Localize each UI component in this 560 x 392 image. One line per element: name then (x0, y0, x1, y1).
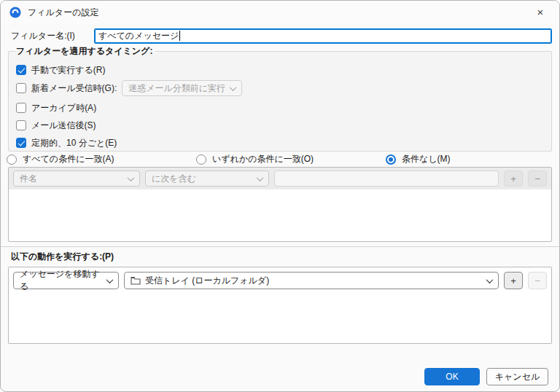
apply-timing-legend: フィルターを適用するタイミング: (16, 45, 155, 58)
condition-field-dropdown: 件名 (13, 170, 140, 187)
radio-match-none-circle[interactable] (386, 154, 396, 165)
ok-button[interactable]: OK (424, 368, 480, 385)
timing-row-archive: アーカイブ時(A) (15, 101, 545, 114)
condition-value-input (274, 170, 499, 187)
filter-name-input[interactable]: すべてのメッセージ (94, 28, 552, 44)
radio-match-all-circle[interactable] (7, 154, 17, 165)
match-type-row: すべての条件に一致(A) いずれかの条件に一致(O) 条件なし(M) (1, 152, 559, 167)
radio-match-none[interactable]: 条件なし(M) (386, 153, 451, 165)
condition-row: 件名 に次を含む + − (9, 168, 551, 189)
timing-row-periodic: 定期的、10 分ごと(E) (15, 136, 545, 149)
checkbox-archive-label: アーカイブ時(A) (31, 102, 96, 114)
timing-row-after-send: メール送信後(S) (15, 119, 545, 132)
condition-operator-dropdown: に次を含む (145, 170, 269, 187)
folder-icon (131, 276, 141, 285)
checkbox-new-mail-label: 新着メール受信時(G): (31, 82, 117, 95)
checkbox-archive[interactable] (16, 103, 26, 113)
checkbox-after-send-label: メール送信後(S) (31, 119, 96, 132)
close-icon[interactable]: × (530, 2, 551, 23)
title-bar: フィルターの設定 × (1, 1, 559, 24)
checkbox-periodic[interactable] (16, 138, 26, 148)
radio-match-any[interactable]: いずれかの条件に一致(O) (196, 153, 386, 165)
action-remove-button: − (528, 272, 547, 289)
cancel-button[interactable]: キャンセル (486, 368, 548, 385)
radio-match-any-label: いずれかの条件に一致(O) (212, 153, 314, 165)
checkbox-manual-run-label: 手動で実行する(R) (31, 64, 106, 77)
radio-match-all-label: すべての条件に一致(A) (23, 153, 114, 165)
dialog-footer: OK キャンセル (1, 368, 548, 385)
window-title: フィルターの設定 (28, 7, 530, 19)
condition-add-button: + (504, 170, 523, 187)
text-caret (179, 31, 180, 41)
radio-match-none-label: 条件なし(M) (402, 153, 451, 165)
actions-list: メッセージを移動する 受信トレイ (ローカルフォルダ) + − (8, 267, 552, 344)
filter-settings-dialog: フィルターの設定 × フィルター名:(I) すべてのメッセージ フィルターを適用… (0, 0, 560, 392)
action-target-folder-dropdown[interactable]: 受信トレイ (ローカルフォルダ) (124, 272, 499, 289)
condition-field-value: 件名 (20, 173, 37, 185)
chevron-down-icon (230, 84, 237, 91)
action-type-dropdown[interactable]: メッセージを移動する (13, 272, 119, 289)
radio-match-any-circle[interactable] (196, 154, 206, 165)
checkbox-manual-run[interactable] (16, 65, 26, 75)
timing-row-manual: 手動で実行する(R) (15, 63, 545, 77)
condition-operator-value: に次を含む (152, 173, 196, 185)
action-row: メッセージを移動する 受信トレイ (ローカルフォルダ) + − (13, 272, 547, 289)
filter-name-label: フィルター名:(I) (11, 30, 94, 42)
conditions-list: 件名 に次を含む + − (8, 167, 552, 242)
chevron-down-icon (257, 174, 264, 181)
action-type-value: メッセージを移動する (20, 268, 107, 293)
timing-row-new-mail: 新着メール受信時(G): 迷惑メール分類前に実行 (15, 79, 545, 97)
checkbox-after-send[interactable] (16, 120, 26, 130)
action-target-folder-value: 受信トレイ (ローカルフォルダ) (145, 275, 483, 287)
section-divider (1, 246, 559, 247)
filter-name-value: すべてのメッセージ (98, 30, 179, 42)
chevron-down-icon (106, 276, 114, 283)
condition-remove-button: − (528, 170, 547, 187)
chevron-down-icon (486, 276, 494, 283)
chevron-down-icon (128, 174, 135, 181)
apply-timing-group: フィルターを適用するタイミング: 手動で実行する(R) 新着メール受信時(G):… (8, 45, 552, 152)
action-add-button[interactable]: + (504, 272, 523, 289)
checkbox-periodic-label: 定期的、10 分ごと(E) (31, 137, 117, 149)
junk-classification-value: 迷惑メール分類前に実行 (128, 82, 225, 95)
thunderbird-logo-icon (9, 7, 21, 18)
actions-label: 以下の動作を実行する:(P) (11, 251, 549, 263)
radio-match-all[interactable]: すべての条件に一致(A) (7, 153, 196, 165)
checkbox-new-mail[interactable] (16, 83, 26, 93)
junk-classification-dropdown: 迷惑メール分類前に実行 (122, 80, 242, 96)
filter-name-row: フィルター名:(I) すべてのメッセージ (11, 28, 552, 44)
